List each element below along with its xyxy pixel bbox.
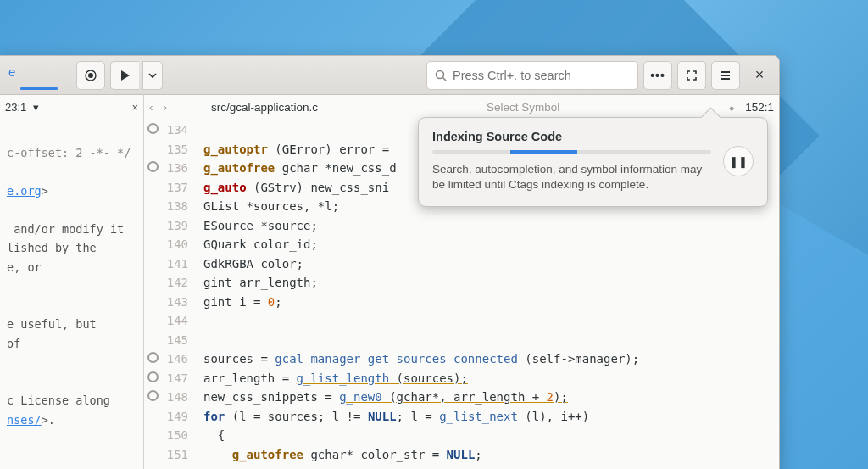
panel-link[interactable]: e.org — [7, 184, 42, 198]
code-line — [203, 314, 210, 327]
global-search[interactable] — [426, 61, 638, 90]
chevron-down-icon — [146, 69, 159, 82]
code-line: ESource *source; — [203, 219, 318, 232]
line-number[interactable]: 134 — [144, 120, 188, 140]
panel-line: c-offset: 2 -*- */ — [7, 146, 131, 159]
panel-content: c-offset: 2 -*- */ e.org> and/or modify … — [0, 120, 143, 452]
breakpoint-marker[interactable] — [147, 123, 159, 134]
cursor-position-label: 152:1 — [745, 101, 774, 114]
code-line — [203, 333, 210, 347]
line-number[interactable]: 147 — [144, 369, 188, 388]
code-line: { — [203, 428, 225, 442]
run-button-group — [110, 61, 163, 90]
panel-line: c License along — [7, 394, 110, 407]
pause-indexing-button[interactable]: ❚❚ — [723, 146, 754, 176]
panel-line: e.org> — [7, 184, 48, 198]
indexing-progress-bar — [432, 150, 711, 154]
symbol-selector[interactable]: Select Symbol — [487, 101, 559, 114]
popover-body-text: Search, autocompletion, and symbol infor… — [432, 162, 711, 193]
header-tab-area[interactable]: e — [5, 61, 71, 90]
popover-title: Indexing Source Code — [432, 130, 711, 143]
line-number[interactable]: 135 — [144, 140, 188, 159]
header-bar: e ••• × — [0, 56, 779, 95]
notifications-button[interactable]: ••• — [643, 61, 672, 90]
side-panel: 23:1 ▾ × c-offset: 2 -*- */ e.org> and/o… — [0, 95, 144, 469]
close-icon: × — [755, 66, 765, 84]
hamburger-menu-button[interactable] — [711, 61, 740, 90]
line-number[interactable]: 141 — [144, 254, 188, 274]
tab-active-underline — [20, 87, 58, 90]
line-number[interactable]: 137 — [144, 178, 188, 198]
line-number[interactable]: 149 — [144, 407, 188, 427]
symbol-pointer-icon: ⬥ — [728, 101, 735, 114]
hamburger-menu-icon — [719, 69, 732, 82]
code-line: new_css_snippets = g_new0 (gchar*, arr_l… — [203, 390, 568, 404]
breakpoint-marker[interactable] — [147, 352, 159, 363]
panel-tab-label[interactable]: 23:1 — [5, 101, 26, 114]
search-icon — [434, 69, 448, 82]
more-icon: ••• — [650, 69, 665, 82]
line-number[interactable]: 145 — [144, 331, 188, 350]
svg-line-3 — [443, 77, 447, 81]
code-line: g_autofree gchar *new_css_d — [203, 161, 397, 175]
panel-line: of — [7, 337, 20, 350]
progress-fill — [510, 150, 577, 154]
line-number[interactable]: 152 — [144, 464, 188, 469]
line-number[interactable]: 142 — [144, 273, 188, 293]
run-button[interactable] — [110, 61, 139, 90]
panel-tab-row: 23:1 ▾ × — [0, 95, 143, 120]
indexing-popover: Indexing Source Code Search, autocomplet… — [418, 117, 768, 207]
code-line: GList *sources, *l; — [203, 199, 339, 213]
panel-line: and/or modify it — [7, 222, 124, 236]
breakpoint-marker[interactable] — [147, 390, 159, 401]
panel-line: e useful, but — [7, 317, 97, 331]
fullscreen-icon — [685, 69, 698, 82]
code-line: arr_length = g_list_length (sources); — [203, 371, 468, 385]
code-line: gint i = 0; — [203, 295, 282, 309]
line-number[interactable]: 146 — [144, 349, 188, 369]
line-number[interactable]: 140 — [144, 235, 188, 254]
code-line: g_autoptr (GError) error = — [203, 142, 397, 156]
panel-link[interactable]: nses/ — [7, 413, 42, 427]
record-button[interactable] — [76, 61, 105, 90]
gutter: 1341351361371381391401411421431441451461… — [144, 120, 197, 469]
breakpoint-marker[interactable] — [147, 371, 159, 382]
panel-close-button[interactable]: × — [131, 101, 138, 114]
code-line: g_auto (GStrv) new_css_sni — [203, 181, 389, 194]
fullscreen-button[interactable] — [677, 61, 706, 90]
line-number[interactable]: 139 — [144, 216, 188, 236]
code-line: gint arr_length; — [203, 276, 318, 289]
breakpoint-marker[interactable] — [147, 161, 159, 172]
line-number[interactable]: 148 — [144, 388, 188, 407]
code-line: GQuark color_id; — [203, 237, 318, 251]
record-icon — [84, 69, 97, 82]
search-input[interactable] — [453, 69, 631, 82]
svg-point-2 — [437, 70, 444, 78]
line-number[interactable]: 136 — [144, 159, 188, 178]
line-number[interactable]: 150 — [144, 426, 188, 445]
line-number[interactable]: 144 — [144, 311, 188, 331]
play-icon — [121, 70, 130, 81]
line-number[interactable]: 138 — [144, 197, 188, 216]
code-line: for (l = sources; l != NULL; l = g_list_… — [203, 410, 589, 423]
tab-label: e — [8, 64, 15, 79]
file-path-label: src/gcal-application.c — [211, 101, 318, 114]
code-line: g_autofree gchar* color_str = NULL; — [203, 448, 482, 461]
line-number[interactable]: 151 — [144, 445, 188, 465]
code-line: GdkRGBA color; — [203, 257, 303, 271]
panel-line: nses/>. — [7, 413, 55, 427]
nav-forward-button[interactable]: › — [164, 101, 168, 114]
run-dropdown-button[interactable] — [142, 61, 163, 90]
panel-line: e, or — [7, 260, 42, 274]
svg-point-1 — [88, 73, 93, 78]
line-number[interactable]: 143 — [144, 293, 188, 312]
panel-dropdown[interactable]: ▾ — [33, 101, 39, 114]
code-line: sources = gcal_manager_get_sources_conne… — [203, 352, 639, 366]
popover-content: Indexing Source Code Search, autocomplet… — [432, 130, 711, 193]
nav-back-button[interactable]: ‹ — [149, 101, 153, 114]
pause-icon: ❚❚ — [729, 155, 748, 168]
panel-line: lished by the — [7, 241, 97, 254]
close-window-button[interactable]: × — [745, 61, 774, 90]
